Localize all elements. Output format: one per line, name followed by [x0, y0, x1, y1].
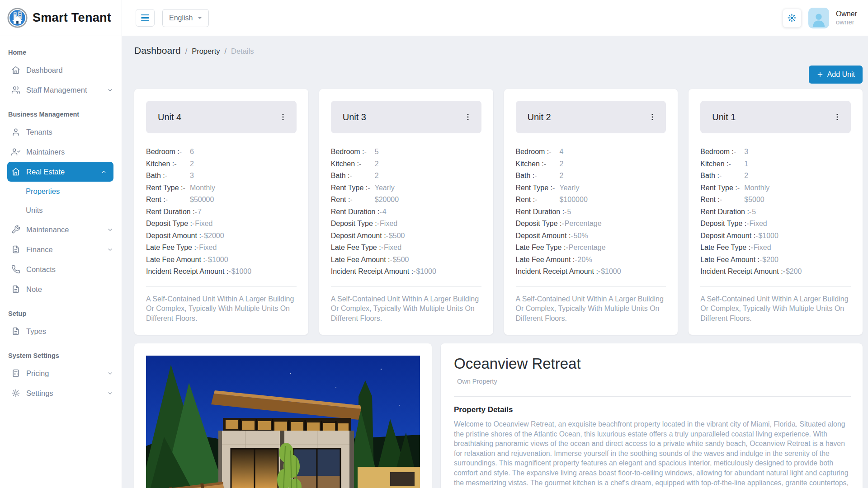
unit-detail-row: Bedroom :-5	[331, 146, 481, 158]
unit-detail-row: Incident Receipt Amount :-$1000	[516, 266, 666, 278]
sidebar-subitem-units[interactable]: Units	[0, 201, 122, 220]
unit-detail-row: Rent Duration :-7	[146, 206, 297, 218]
topbar: English Owner owner	[122, 0, 868, 36]
unit-detail-row: Bedroom :-3	[700, 146, 851, 158]
detail-label: Deposit Type :-	[331, 220, 379, 228]
detail-label: Deposit Type :-	[700, 220, 749, 228]
user-icon	[11, 127, 20, 136]
breadcrumb-separator: /	[185, 47, 187, 56]
settings-gear-button[interactable]	[783, 9, 802, 28]
sidebar-item-note[interactable]: Note	[0, 279, 122, 299]
detail-label: Rent Duration :-	[146, 208, 197, 216]
unit-detail-row: Rent :-$5000	[700, 194, 851, 206]
unit-detail-row: Kitchen :-1	[700, 158, 851, 170]
breadcrumb-details: Details	[231, 47, 254, 56]
sidebar-item-types[interactable]: Types	[0, 321, 122, 341]
unit-detail-row: Rent Type :-Yearly	[331, 182, 481, 194]
unit-detail-row: Rent Duration :-4	[331, 206, 481, 218]
sidebar-item-pricing[interactable]: Pricing	[0, 363, 122, 383]
detail-label: Late Fee Amount :-	[516, 256, 577, 264]
unit-detail-row: Kitchen :-2	[331, 158, 481, 170]
detail-label: Late Fee Type :-	[516, 244, 568, 252]
unit-description: A Self-Contained Unit Within A Larger Bu…	[331, 294, 481, 324]
kebab-menu-icon[interactable]	[648, 113, 657, 122]
unit-details: Bedroom :-5Kitchen :-2Bath :-2Rent Type …	[331, 146, 481, 278]
sidebar-item-real-estate[interactable]: Real Estate	[7, 162, 113, 182]
unit-detail-row: Late Fee Type :-Percentage	[516, 242, 666, 254]
detail-value: 20%	[578, 256, 592, 264]
wrench-icon	[11, 225, 20, 234]
kebab-menu-icon[interactable]	[833, 113, 842, 122]
detail-value: Yearly	[375, 184, 395, 192]
sidebar-item-finance[interactable]: Finance	[0, 239, 122, 259]
detail-value: Fixed	[753, 244, 771, 252]
detail-value: $500	[393, 256, 409, 264]
chevron-down-icon	[107, 390, 113, 397]
unit-details: Bedroom :-6Kitchen :-2Bath :-3Rent Type …	[146, 146, 297, 278]
detail-label: Kitchen :-	[146, 160, 190, 168]
divider	[516, 286, 666, 287]
divider	[146, 286, 297, 287]
detail-label: Late Fee Type :-	[331, 244, 383, 252]
detail-value: $200	[762, 256, 778, 264]
detail-label: Late Fee Amount :-	[331, 256, 392, 264]
detail-label: Deposit Amount :-	[700, 232, 758, 240]
unit-detail-row: Kitchen :-2	[146, 158, 297, 170]
breadcrumb-separator: /	[225, 47, 226, 56]
detail-value: 5	[375, 148, 379, 156]
divider	[700, 286, 851, 287]
breadcrumb-property[interactable]: Property	[192, 47, 220, 56]
gear-icon	[11, 389, 20, 398]
unit-title: Unit 3	[343, 112, 366, 122]
property-info-card: Oceanview Retreat Own Property Property …	[441, 343, 863, 488]
detail-value: $1000	[208, 256, 228, 264]
avatar[interactable]	[808, 8, 829, 28]
breadcrumb-dashboard[interactable]: Dashboard	[134, 45, 181, 56]
detail-value: $100000	[560, 196, 588, 204]
unit-description: A Self-Contained Unit Within A Larger Bu…	[516, 294, 666, 324]
detail-label: Kitchen :-	[331, 160, 375, 168]
sidebar-subitem-properties[interactable]: Properties	[0, 182, 122, 201]
detail-label: Rent :-	[700, 196, 744, 204]
chevron-down-icon	[107, 226, 113, 233]
unit-description: A Self-Contained Unit Within A Larger Bu…	[700, 294, 851, 324]
detail-label: Deposit Type :-	[146, 220, 194, 228]
detail-value: $200	[786, 267, 802, 276]
sidebar-item-settings[interactable]: Settings	[0, 383, 122, 403]
sidebar-item-label: Staff Management	[26, 86, 87, 94]
file-icon	[11, 245, 20, 254]
detail-value: $1000	[416, 267, 436, 276]
detail-label: Incident Receipt Amount :-	[146, 267, 231, 276]
unit-card: Unit 4Bedroom :-6Kitchen :-2Bath :-3Rent…	[134, 89, 308, 335]
detail-value: 2	[744, 172, 748, 180]
detail-value: Monthly	[744, 184, 769, 192]
sidebar-item-contacts[interactable]: Contacts	[0, 259, 122, 279]
hamburger-menu-button[interactable]	[136, 9, 155, 27]
sidebar-item-staff-management[interactable]: Staff Management	[0, 80, 122, 100]
detail-label: Rent :-	[331, 196, 375, 204]
detail-value: $20000	[375, 196, 399, 204]
sidebar-item-label: Types	[26, 327, 46, 336]
sidebar-item-maintenance[interactable]: Maintenance	[0, 220, 122, 239]
chevron-down-icon	[107, 370, 113, 377]
unit-detail-row: Rent Duration :-5	[700, 206, 851, 218]
sidebar-item-label: Tenants	[26, 128, 52, 136]
unit-detail-row: Bedroom :-6	[146, 146, 297, 158]
add-unit-button[interactable]: Add Unit	[809, 66, 863, 84]
unit-detail-row: Deposit Type :-Fixed	[146, 218, 297, 230]
sidebar-item-maintainers[interactable]: Maintainers	[0, 142, 122, 162]
kebab-menu-icon[interactable]	[278, 113, 288, 122]
detail-label: Incident Receipt Amount :-	[516, 267, 601, 276]
sidebar-item-tenants[interactable]: Tenants	[0, 122, 122, 142]
kebab-menu-icon[interactable]	[463, 113, 472, 122]
detail-label: Bedroom :-	[146, 148, 190, 156]
sidebar-item-dashboard[interactable]: Dashboard	[0, 60, 122, 80]
language-select[interactable]: English	[162, 9, 209, 27]
calculator-icon	[11, 369, 20, 378]
user-check-icon	[11, 147, 20, 156]
brand-logo-icon	[7, 8, 28, 28]
detail-label: Rent Duration :-	[700, 208, 751, 216]
unit-detail-row: Deposit Amount :-$500	[331, 230, 481, 242]
chevron-down-icon	[107, 87, 113, 94]
unit-details: Bedroom :-4Kitchen :-2Bath :-2Rent Type …	[516, 146, 666, 278]
